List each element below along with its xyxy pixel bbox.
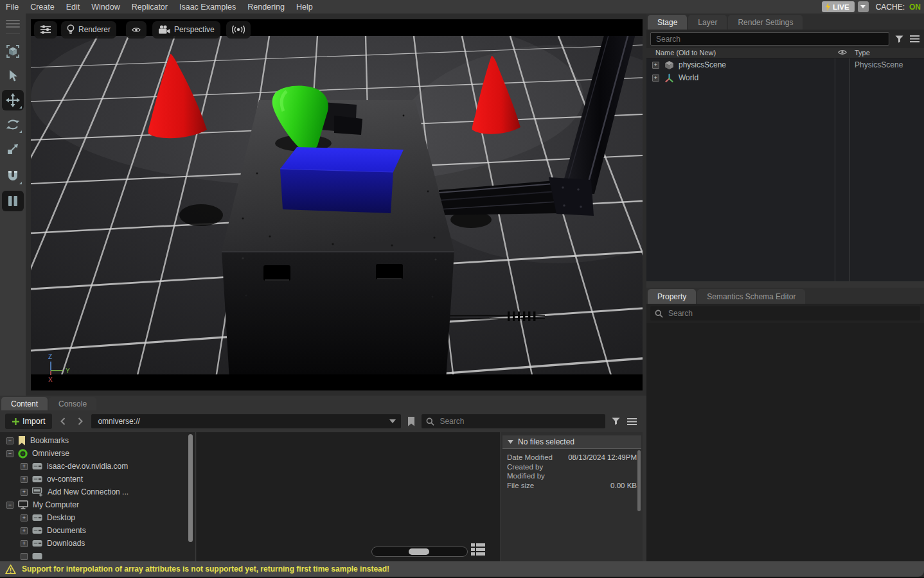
toolbar-drag-handle[interactable] bbox=[6, 13, 20, 34]
search-icon bbox=[655, 310, 663, 318]
tab-property[interactable]: Property bbox=[648, 289, 696, 304]
rotate-tool-button[interactable] bbox=[2, 114, 24, 135]
tree-item-documents[interactable]: + Documents bbox=[0, 524, 195, 537]
broadcast-button[interactable] bbox=[226, 21, 251, 39]
tab-layer[interactable]: Layer bbox=[688, 15, 727, 30]
content-search-input[interactable] bbox=[438, 416, 601, 426]
back-button[interactable] bbox=[57, 415, 69, 428]
slider-handle[interactable] bbox=[409, 548, 429, 555]
menu-file[interactable]: File bbox=[0, 3, 24, 12]
expand-toggle[interactable]: + bbox=[21, 514, 28, 521]
panel-divider[interactable] bbox=[646, 281, 924, 288]
move-tool-button[interactable] bbox=[2, 90, 24, 110]
expand-toggle[interactable]: + bbox=[21, 476, 28, 483]
expand-toggle[interactable]: + bbox=[21, 489, 28, 496]
tree-item-omniverse[interactable]: − Omniverse bbox=[0, 447, 195, 460]
tab-stage[interactable]: Stage bbox=[648, 15, 687, 30]
camera-button[interactable]: Perspective bbox=[152, 21, 220, 39]
submenu-notch bbox=[19, 182, 22, 184]
view-mode-button[interactable] bbox=[471, 543, 485, 558]
tree-item-label: Bookmarks bbox=[30, 436, 69, 445]
menu-isaac-examples[interactable]: Isaac Examples bbox=[173, 3, 242, 12]
pause-button[interactable] bbox=[2, 191, 24, 211]
select-mode-button[interactable] bbox=[2, 41, 24, 62]
dropdown-arrow-icon[interactable] bbox=[389, 419, 396, 423]
renderer-button[interactable]: Renderer bbox=[61, 21, 116, 39]
drive-icon bbox=[32, 539, 42, 547]
scale-tool-button[interactable] bbox=[2, 139, 24, 159]
menu-edit[interactable]: Edit bbox=[60, 3, 86, 12]
scrollbar-thumb[interactable] bbox=[637, 450, 641, 511]
column-type[interactable]: Type bbox=[855, 49, 870, 57]
detail-header[interactable]: No files selected bbox=[502, 435, 641, 449]
snap-tool-button[interactable] bbox=[2, 166, 24, 186]
vertical-splitter[interactable] bbox=[643, 396, 646, 561]
column-separator bbox=[835, 58, 835, 281]
content-filter-button[interactable] bbox=[610, 416, 621, 427]
menu-window[interactable]: Window bbox=[85, 3, 125, 12]
tree-item-my-computer[interactable]: − My Computer bbox=[0, 498, 195, 511]
tab-console[interactable]: Console bbox=[49, 397, 96, 410]
expand-toggle[interactable] bbox=[21, 553, 28, 560]
property-tabbar: Property Semantics Schema Editor bbox=[646, 288, 924, 304]
import-button[interactable]: Import bbox=[5, 414, 52, 429]
collapse-toggle[interactable]: − bbox=[6, 502, 13, 509]
sliders-icon bbox=[40, 25, 51, 34]
tab-semantics-schema-editor[interactable]: Semantics Schema Editor bbox=[697, 289, 805, 304]
stage-row-physics-scene[interactable]: + physicsScene PhysicsScene bbox=[646, 58, 924, 71]
tree-item-partial[interactable] bbox=[0, 550, 195, 561]
bookmark-path-button[interactable] bbox=[405, 416, 417, 427]
menu-create[interactable]: Create bbox=[24, 3, 60, 12]
tree-item-downloads[interactable]: + Downloads bbox=[0, 537, 195, 550]
detail-field-modified-by: Modified by bbox=[501, 471, 643, 481]
visibility-button[interactable] bbox=[126, 21, 147, 39]
expand-toggle[interactable]: + bbox=[21, 527, 28, 534]
stage-row-world[interactable]: + World bbox=[646, 71, 924, 84]
tree-item-bookmarks[interactable]: − Bookmarks bbox=[0, 434, 195, 447]
live-dropdown-button[interactable] bbox=[858, 1, 869, 12]
forward-button[interactable] bbox=[74, 415, 87, 428]
select-tool-button[interactable] bbox=[2, 66, 24, 86]
expand-toggle[interactable]: + bbox=[21, 463, 28, 470]
expand-toggle[interactable]: + bbox=[21, 540, 28, 547]
server-add-icon bbox=[32, 487, 43, 496]
expand-toggle[interactable]: + bbox=[652, 74, 659, 82]
expand-toggle[interactable]: + bbox=[652, 62, 659, 69]
content-options-button[interactable] bbox=[626, 416, 637, 427]
detail-field-date-modified: Date Modified 08/13/2024 12:49PM bbox=[501, 453, 643, 462]
icon-size-slider[interactable] bbox=[371, 547, 468, 557]
menu-rendering[interactable]: Rendering bbox=[242, 3, 290, 12]
xform-axis-icon bbox=[664, 73, 674, 83]
stage-filter-button[interactable] bbox=[893, 33, 905, 45]
tree-item-isaac-dev[interactable]: + isaac-dev.ov.nvidia.com bbox=[0, 460, 195, 473]
tree-item-label: isaac-dev.ov.nvidia.com bbox=[47, 462, 128, 471]
file-tree: − Bookmarks − Omniverse + isaac-dev.ov.n… bbox=[0, 432, 196, 561]
gizmo-x-label: X bbox=[48, 376, 53, 383]
live-button[interactable]: LIVE bbox=[822, 1, 855, 12]
tree-item-add-new-connection[interactable]: + Add New Connection ... bbox=[0, 486, 195, 498]
prim-label: physicsScene bbox=[679, 60, 726, 69]
tree-item-ov-content[interactable]: + ov-content bbox=[0, 473, 195, 486]
tab-content[interactable]: Content bbox=[1, 397, 48, 410]
chevron-left-icon bbox=[60, 417, 66, 425]
property-search-input[interactable] bbox=[667, 308, 916, 319]
tree-item-desktop[interactable]: + Desktop bbox=[0, 511, 195, 524]
tab-render-settings[interactable]: Render Settings bbox=[728, 15, 803, 30]
stage-options-button[interactable] bbox=[909, 33, 920, 45]
scrollbar-thumb[interactable] bbox=[188, 434, 193, 542]
search-icon bbox=[426, 417, 434, 426]
signal-icon bbox=[232, 25, 245, 34]
path-field[interactable] bbox=[91, 414, 401, 428]
viewport-canvas[interactable]: Z Y X R bbox=[31, 19, 643, 390]
file-grid-area[interactable] bbox=[197, 432, 501, 561]
topbar-right-cluster: LIVE CACHE: ON bbox=[822, 1, 921, 12]
menu-replicator[interactable]: Replicator bbox=[126, 3, 173, 12]
column-name[interactable]: Name (Old to New) bbox=[655, 49, 716, 57]
collapse-toggle[interactable]: − bbox=[6, 437, 13, 444]
collapse-toggle[interactable]: − bbox=[6, 450, 13, 457]
path-input[interactable] bbox=[96, 416, 389, 426]
tree-item-label: ov-content bbox=[47, 475, 83, 484]
stage-search-input[interactable] bbox=[650, 32, 889, 46]
viewport-settings-button[interactable] bbox=[34, 21, 57, 39]
menu-help[interactable]: Help bbox=[290, 3, 319, 12]
